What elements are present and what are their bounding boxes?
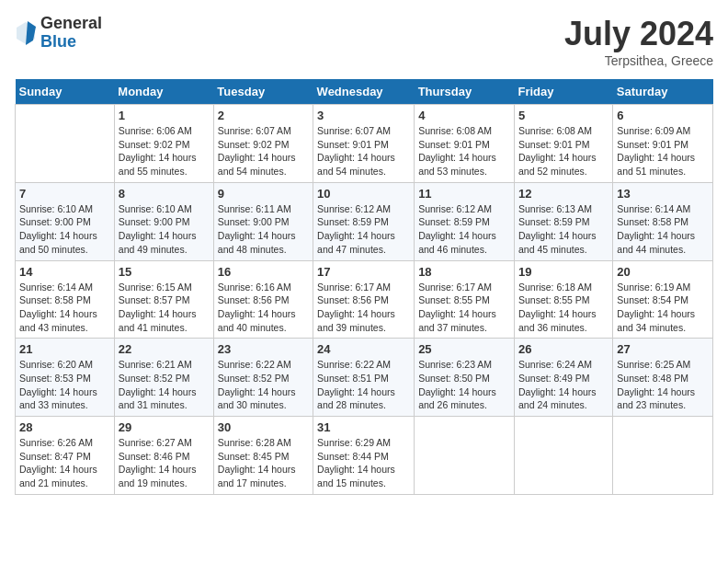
- calendar-cell: 9Sunrise: 6:11 AM Sunset: 9:00 PM Daylig…: [213, 182, 313, 260]
- day-number: 17: [317, 265, 410, 279]
- day-info: Sunrise: 6:21 AM Sunset: 8:52 PM Dayligh…: [119, 358, 210, 412]
- calendar-table: SundayMondayTuesdayWednesdayThursdayFrid…: [15, 79, 713, 495]
- day-info: Sunrise: 6:08 AM Sunset: 9:01 PM Dayligh…: [418, 124, 510, 178]
- day-info: Sunrise: 6:20 AM Sunset: 8:53 PM Dayligh…: [19, 358, 110, 412]
- logo-blue: Blue: [40, 33, 102, 52]
- day-info: Sunrise: 6:16 AM Sunset: 8:56 PM Dayligh…: [218, 281, 309, 335]
- logo-general: General: [40, 15, 102, 33]
- week-row-2: 14Sunrise: 6:14 AM Sunset: 8:58 PM Dayli…: [16, 260, 713, 339]
- day-number: 3: [317, 109, 410, 122]
- calendar-cell: 19Sunrise: 6:18 AM Sunset: 8:55 PM Dayli…: [514, 260, 612, 339]
- day-info: Sunrise: 6:12 AM Sunset: 8:59 PM Dayligh…: [317, 202, 410, 257]
- calendar-cell: 4Sunrise: 6:08 AM Sunset: 9:01 PM Daylig…: [415, 105, 515, 183]
- day-info: Sunrise: 6:18 AM Sunset: 8:55 PM Dayligh…: [518, 281, 609, 335]
- calendar-cell: 23Sunrise: 6:22 AM Sunset: 8:52 PM Dayli…: [213, 339, 313, 417]
- calendar-cell: 28Sunrise: 6:26 AM Sunset: 8:47 PM Dayli…: [16, 417, 115, 495]
- calendar-cell: [613, 417, 713, 495]
- calendar-cell: 22Sunrise: 6:21 AM Sunset: 8:52 PM Dayli…: [114, 339, 213, 417]
- location-subtitle: Terpsithea, Greece: [564, 53, 713, 68]
- calendar-cell: 12Sunrise: 6:13 AM Sunset: 8:59 PM Dayli…: [514, 182, 612, 260]
- day-number: 16: [218, 265, 309, 279]
- month-title: July 2024: [564, 15, 713, 53]
- calendar-cell: 16Sunrise: 6:16 AM Sunset: 8:56 PM Dayli…: [213, 260, 313, 339]
- day-info: Sunrise: 6:22 AM Sunset: 8:51 PM Dayligh…: [317, 358, 410, 412]
- calendar-cell: 31Sunrise: 6:29 AM Sunset: 8:44 PM Dayli…: [313, 417, 415, 495]
- day-number: 8: [119, 187, 210, 201]
- header-cell-saturday: Saturday: [613, 79, 713, 105]
- day-number: 23: [218, 342, 309, 356]
- day-number: 5: [518, 109, 609, 122]
- day-info: Sunrise: 6:28 AM Sunset: 8:45 PM Dayligh…: [218, 436, 309, 490]
- day-info: Sunrise: 6:08 AM Sunset: 9:01 PM Dayligh…: [518, 124, 609, 178]
- calendar-cell: 2Sunrise: 6:07 AM Sunset: 9:02 PM Daylig…: [213, 105, 313, 183]
- logo-text: General Blue: [40, 15, 102, 52]
- day-info: Sunrise: 6:19 AM Sunset: 8:54 PM Dayligh…: [617, 281, 709, 335]
- header-cell-tuesday: Tuesday: [213, 79, 313, 105]
- day-number: 6: [617, 109, 709, 122]
- day-number: 19: [518, 265, 609, 279]
- day-info: Sunrise: 6:15 AM Sunset: 8:57 PM Dayligh…: [119, 281, 210, 335]
- calendar-cell: [16, 105, 115, 183]
- day-number: 11: [418, 187, 510, 201]
- header-row: SundayMondayTuesdayWednesdayThursdayFrid…: [16, 79, 713, 105]
- calendar-cell: 18Sunrise: 6:17 AM Sunset: 8:55 PM Dayli…: [415, 260, 515, 339]
- page-header: General Blue July 2024 Terpsithea, Greec…: [15, 15, 713, 68]
- day-number: 9: [218, 187, 309, 201]
- calendar-cell: 6Sunrise: 6:09 AM Sunset: 9:01 PM Daylig…: [613, 105, 713, 183]
- calendar-header: SundayMondayTuesdayWednesdayThursdayFrid…: [16, 79, 713, 105]
- day-number: 13: [617, 187, 709, 201]
- header-cell-thursday: Thursday: [415, 79, 515, 105]
- calendar-cell: 17Sunrise: 6:17 AM Sunset: 8:56 PM Dayli…: [313, 260, 415, 339]
- day-number: 15: [119, 265, 210, 279]
- day-number: 25: [418, 342, 510, 356]
- day-number: 20: [617, 265, 709, 279]
- header-cell-monday: Monday: [114, 79, 213, 105]
- day-number: 21: [19, 342, 110, 356]
- day-info: Sunrise: 6:11 AM Sunset: 9:00 PM Dayligh…: [218, 202, 309, 257]
- day-info: Sunrise: 6:07 AM Sunset: 9:02 PM Dayligh…: [218, 124, 309, 178]
- week-row-1: 7Sunrise: 6:10 AM Sunset: 9:00 PM Daylig…: [16, 182, 713, 260]
- day-number: 27: [617, 342, 709, 356]
- header-cell-friday: Friday: [514, 79, 612, 105]
- calendar-cell: 11Sunrise: 6:12 AM Sunset: 8:59 PM Dayli…: [415, 182, 515, 260]
- day-info: Sunrise: 6:24 AM Sunset: 8:49 PM Dayligh…: [518, 358, 609, 412]
- day-info: Sunrise: 6:23 AM Sunset: 8:50 PM Dayligh…: [418, 358, 510, 412]
- calendar-cell: 13Sunrise: 6:14 AM Sunset: 8:58 PM Dayli…: [613, 182, 713, 260]
- day-info: Sunrise: 6:22 AM Sunset: 8:52 PM Dayligh…: [218, 358, 309, 412]
- calendar-cell: 1Sunrise: 6:06 AM Sunset: 9:02 PM Daylig…: [114, 105, 213, 183]
- calendar-cell: 8Sunrise: 6:10 AM Sunset: 9:00 PM Daylig…: [114, 182, 213, 260]
- calendar-cell: 7Sunrise: 6:10 AM Sunset: 9:00 PM Daylig…: [16, 182, 115, 260]
- day-number: 1: [119, 109, 210, 122]
- day-info: Sunrise: 6:27 AM Sunset: 8:46 PM Dayligh…: [119, 436, 210, 490]
- calendar-cell: 21Sunrise: 6:20 AM Sunset: 8:53 PM Dayli…: [16, 339, 115, 417]
- day-number: 30: [218, 420, 309, 434]
- calendar-cell: 14Sunrise: 6:14 AM Sunset: 8:58 PM Dayli…: [16, 260, 115, 339]
- day-number: 29: [119, 420, 210, 434]
- day-info: Sunrise: 6:29 AM Sunset: 8:44 PM Dayligh…: [317, 436, 410, 490]
- day-info: Sunrise: 6:10 AM Sunset: 9:00 PM Dayligh…: [119, 202, 210, 257]
- calendar-cell: [514, 417, 612, 495]
- calendar-cell: 24Sunrise: 6:22 AM Sunset: 8:51 PM Dayli…: [313, 339, 415, 417]
- day-number: 2: [218, 109, 309, 122]
- day-info: Sunrise: 6:06 AM Sunset: 9:02 PM Dayligh…: [119, 124, 210, 178]
- calendar-cell: 5Sunrise: 6:08 AM Sunset: 9:01 PM Daylig…: [514, 105, 612, 183]
- day-number: 10: [317, 187, 410, 201]
- calendar-cell: 29Sunrise: 6:27 AM Sunset: 8:46 PM Dayli…: [114, 417, 213, 495]
- calendar-cell: 26Sunrise: 6:24 AM Sunset: 8:49 PM Dayli…: [514, 339, 612, 417]
- calendar-cell: 27Sunrise: 6:25 AM Sunset: 8:48 PM Dayli…: [613, 339, 713, 417]
- day-info: Sunrise: 6:14 AM Sunset: 8:58 PM Dayligh…: [617, 202, 709, 257]
- day-info: Sunrise: 6:13 AM Sunset: 8:59 PM Dayligh…: [518, 202, 609, 257]
- calendar-cell: 15Sunrise: 6:15 AM Sunset: 8:57 PM Dayli…: [114, 260, 213, 339]
- day-info: Sunrise: 6:09 AM Sunset: 9:01 PM Dayligh…: [617, 124, 709, 178]
- day-info: Sunrise: 6:17 AM Sunset: 8:55 PM Dayligh…: [418, 281, 510, 335]
- day-info: Sunrise: 6:14 AM Sunset: 8:58 PM Dayligh…: [19, 281, 110, 335]
- day-info: Sunrise: 6:26 AM Sunset: 8:47 PM Dayligh…: [19, 436, 110, 490]
- calendar-cell: 20Sunrise: 6:19 AM Sunset: 8:54 PM Dayli…: [613, 260, 713, 339]
- calendar-cell: 30Sunrise: 6:28 AM Sunset: 8:45 PM Dayli…: [213, 417, 313, 495]
- logo-icon: [15, 20, 37, 46]
- day-number: 28: [19, 420, 110, 434]
- day-number: 12: [518, 187, 609, 201]
- calendar-cell: 10Sunrise: 6:12 AM Sunset: 8:59 PM Dayli…: [313, 182, 415, 260]
- day-number: 18: [418, 265, 510, 279]
- day-number: 31: [317, 420, 410, 434]
